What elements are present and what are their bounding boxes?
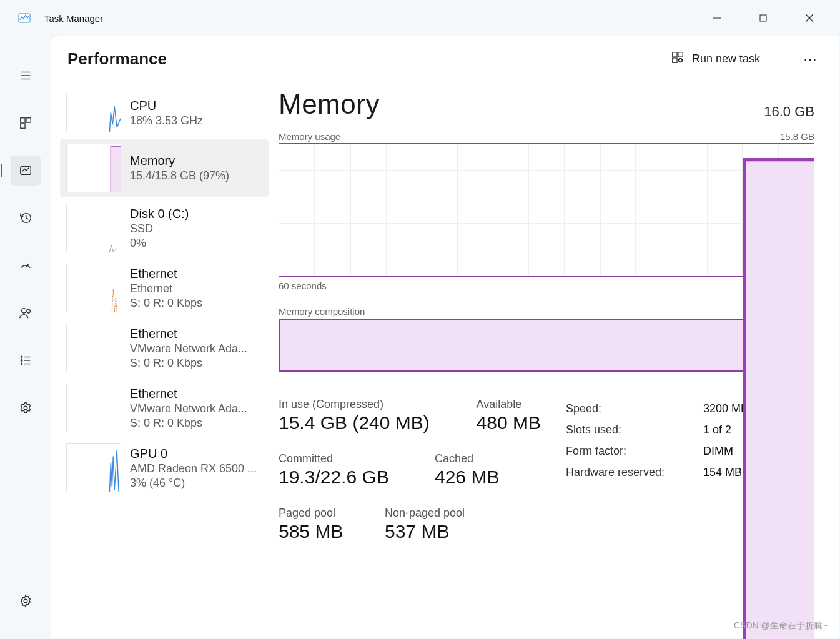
titlebar: Task Manager <box>1 1 839 36</box>
svg-rect-24 <box>673 52 677 57</box>
nav-app-history[interactable] <box>11 203 41 233</box>
resource-item-cpu[interactable]: CPU18% 3.53 GHz <box>60 89 269 137</box>
resource-name: GPU 0 <box>130 447 257 461</box>
memory-thumb <box>66 144 121 192</box>
svg-point-14 <box>22 309 26 313</box>
nav-details[interactable] <box>11 345 41 375</box>
svg-point-23 <box>24 599 27 603</box>
resource-item-gpu0[interactable]: GPU 0AMD Radeon RX 6500 ...3% (46 °C) <box>60 438 269 497</box>
resource-sub2: S: 0 R: 0 Kbps <box>130 297 202 310</box>
chart-label-left: Memory usage <box>279 131 340 142</box>
nav-rail <box>1 36 51 638</box>
resource-name: Ethernet <box>130 327 247 341</box>
cpu-thumb <box>66 94 121 132</box>
svg-point-18 <box>21 360 22 361</box>
resource-name: Memory <box>130 154 229 168</box>
nav-settings[interactable] <box>11 586 41 616</box>
memory-usage-chart <box>279 143 814 277</box>
close-button[interactable] <box>801 9 818 27</box>
resource-sub: AMD Radeon RX 6500 ... <box>130 462 257 475</box>
resource-name: Disk 0 (C:) <box>130 207 189 221</box>
eth-thumb <box>66 384 121 432</box>
svg-point-15 <box>27 310 31 314</box>
minimize-button[interactable] <box>708 9 726 27</box>
resource-item-disk0[interactable]: Disk 0 (C:)SSD0% <box>60 199 269 257</box>
resource-name: Ethernet <box>130 267 202 281</box>
eth-thumb <box>66 264 121 312</box>
resource-sub2: S: 0 R: 0 Kbps <box>130 417 247 430</box>
nav-services[interactable] <box>11 393 41 423</box>
detail-capacity: 16.0 GB <box>764 104 814 120</box>
svg-point-16 <box>21 356 22 357</box>
resource-item-eth2[interactable]: EthernetVMware Network Ada...S: 0 R: 0 K… <box>60 379 269 437</box>
disk-thumb <box>66 204 121 252</box>
nav-users[interactable] <box>11 298 41 328</box>
svg-marker-31 <box>744 160 814 639</box>
resource-name: Ethernet <box>130 387 247 401</box>
resource-item-memory[interactable]: Memory15.4/15.8 GB (97%) <box>60 139 269 197</box>
maximize-button[interactable] <box>754 9 772 27</box>
resource-sub: Ethernet <box>130 282 202 295</box>
svg-rect-25 <box>678 52 683 57</box>
run-task-label: Run new task <box>692 52 760 66</box>
page-title: Performance <box>67 49 167 69</box>
resource-sub2: S: 0 R: 0 Kbps <box>130 357 247 370</box>
watermark: CSDN @生命在于折腾~ <box>734 620 828 632</box>
svg-rect-10 <box>21 124 25 128</box>
resource-sub: VMware Network Ada... <box>130 402 247 415</box>
nav-hamburger[interactable] <box>11 61 41 91</box>
resource-sub2: 0% <box>130 237 189 250</box>
eth-thumb <box>66 324 121 372</box>
resource-list: CPU18% 3.53 GHz Memory15.4/15.8 GB (97%)… <box>51 82 272 638</box>
resource-item-eth1[interactable]: EthernetVMware Network Ada...S: 0 R: 0 K… <box>60 319 269 377</box>
svg-rect-9 <box>26 118 31 122</box>
page-header: Performance Run new task ⋯ <box>51 36 839 82</box>
nav-processes[interactable] <box>11 108 41 138</box>
nav-startup[interactable] <box>11 250 41 280</box>
detail-title: Memory <box>279 89 380 120</box>
run-task-icon <box>671 51 684 67</box>
resource-name: CPU <box>130 99 203 113</box>
detail-pane: Memory 16.0 GB Memory usage 15.8 GB <box>272 82 839 638</box>
resource-sub2: 3% (46 °C) <box>130 477 257 490</box>
svg-marker-30 <box>111 147 121 192</box>
run-new-task-button[interactable]: Run new task <box>662 51 769 67</box>
window-title: Task Manager <box>44 13 103 24</box>
resource-sub: SSD <box>130 222 189 235</box>
resource-sub: 18% 3.53 GHz <box>130 114 203 127</box>
resource-sub: VMware Network Ada... <box>130 342 247 355</box>
svg-rect-26 <box>673 58 677 62</box>
resource-item-eth0[interactable]: EthernetEthernetS: 0 R: 0 Kbps <box>60 259 269 317</box>
gpu-thumb <box>66 443 121 492</box>
nav-performance[interactable] <box>11 156 41 186</box>
more-button[interactable]: ⋯ <box>784 47 823 72</box>
app-icon <box>18 12 31 24</box>
chart-label-right: 15.8 GB <box>780 131 814 142</box>
svg-rect-8 <box>21 118 25 122</box>
svg-rect-2 <box>760 15 766 21</box>
resource-sub: 15.4/15.8 GB (97%) <box>130 169 229 182</box>
svg-point-22 <box>24 406 27 410</box>
svg-point-20 <box>21 363 22 364</box>
